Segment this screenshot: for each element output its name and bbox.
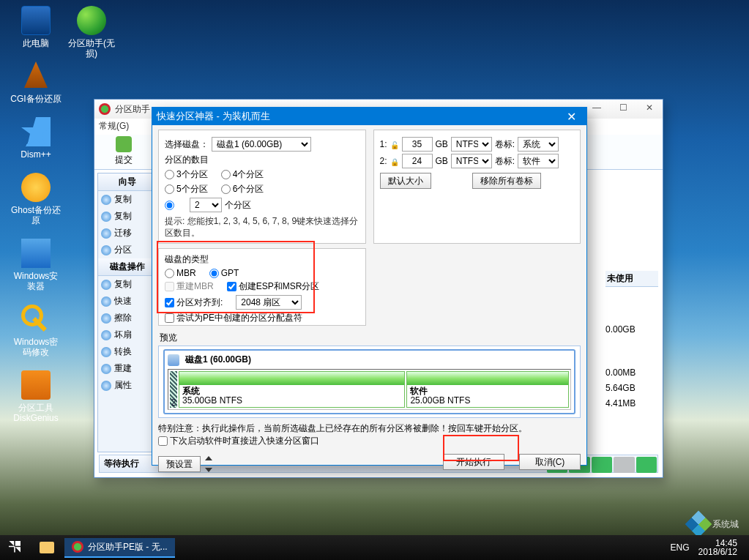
desktop-icon-ghost[interactable]: Ghost备份还原 — [10, 173, 62, 225]
maximize-button[interactable]: ☐ — [610, 102, 636, 116]
custom-count-select[interactable]: 2 — [190, 198, 222, 212]
bullet-icon — [101, 245, 111, 255]
fs-select[interactable]: NTFS — [451, 137, 492, 152]
desktop-icon-cgi-backup[interactable]: CGI备份还原 — [10, 61, 62, 104]
volume-label-text: 卷标: — [495, 155, 515, 168]
preview-partition-software[interactable]: 软件25.00GB NTFS — [406, 371, 569, 408]
part-size-input[interactable] — [402, 154, 433, 168]
taskbar-file-explorer[interactable] — [32, 539, 62, 556]
dialog-close-button[interactable]: ✕ — [560, 110, 582, 124]
execute-button[interactable]: 开始执行 — [443, 454, 504, 470]
nav-item[interactable]: 属性 — [98, 377, 157, 394]
radio-6-partitions[interactable]: 6个分区 — [221, 183, 264, 195]
preset-button[interactable]: 预设置 — [158, 456, 201, 472]
partition-info-column: 未使用 0.00GB 0.00MB 5.64GB 4.41MB — [605, 271, 658, 411]
start-button[interactable] — [0, 541, 29, 555]
desktop-icon-label: Ghost备份还原 — [10, 205, 62, 225]
desktop-icon-dism[interactable]: Dism++ — [10, 117, 62, 160]
fs-select[interactable]: NTFS — [451, 154, 492, 168]
preview-label: 预览 — [160, 332, 581, 344]
unlock-icon[interactable] — [390, 140, 399, 149]
nav-item[interactable]: 转换 — [98, 343, 157, 360]
toolbar-submit-button[interactable]: 提交 — [108, 136, 140, 166]
unused-value: 0.00MB — [605, 365, 658, 381]
desktop-icon-win-password[interactable]: Windows密码修改 — [10, 305, 62, 357]
nav-item[interactable]: 复制 — [98, 276, 157, 293]
desktop-icon-label: Dism++ — [21, 149, 51, 160]
check-pe-assign[interactable]: 尝试为PE中创建的分区分配盘符 — [165, 312, 302, 324]
radio-3-partitions[interactable]: 3个分区 — [165, 168, 208, 181]
bullet-icon — [101, 381, 111, 391]
volume-label-select[interactable]: 系统 — [518, 137, 559, 152]
part-index: 2: — [380, 156, 387, 166]
desktop-icon-label: Windows密码修改 — [10, 337, 62, 357]
check-no-show-next[interactable]: 下次启动软件时直接进入快速分区窗口 — [158, 435, 319, 447]
menu-general[interactable]: 常规(G) — [99, 121, 129, 131]
nav-item[interactable]: 迁移 — [98, 225, 157, 242]
taskbar-running-app[interactable]: 分区助手PE版 - 无... — [64, 538, 175, 558]
nav-item[interactable]: 坏扇 — [98, 326, 157, 343]
radio-gpt[interactable]: GPT — [209, 268, 239, 278]
desktop-icon-label: 分区助手(无损) — [66, 38, 117, 59]
close-button[interactable]: ✕ — [636, 102, 663, 116]
radio-4-partitions[interactable]: 4个分区 — [221, 168, 264, 181]
lock-icon[interactable] — [390, 157, 399, 165]
watermark: 系统城 — [689, 515, 739, 534]
nav-item[interactable]: 复制 — [98, 191, 157, 208]
preview-partition-bar: 2 系统35.00GB NTFS 软件25.00GB NTFS — [168, 369, 571, 410]
dism-icon — [21, 117, 51, 146]
nav-item[interactable]: 擦除 — [98, 310, 157, 326]
check-esp-msr[interactable]: 创建ESP和MSR分区 — [227, 280, 320, 293]
app-icon — [99, 103, 111, 115]
custom-count-suffix: 个分区 — [225, 199, 251, 212]
preview-reserved-edge: 2 — [170, 371, 177, 408]
desktop-icon-partition-assistant[interactable]: 分区助手(无损) — [66, 6, 117, 59]
radio-mbr[interactable]: MBR — [165, 268, 196, 278]
cgi-icon — [21, 61, 51, 91]
preset-reorder-arrows[interactable] — [205, 454, 212, 474]
unused-value: 0.00GB — [605, 322, 658, 337]
desktop-icon-diskgenius[interactable]: 分区工具DiskGenius — [10, 370, 62, 423]
desktop-icon-label: Windows安装器 — [10, 271, 62, 291]
volume-label-select[interactable]: 软件 — [518, 154, 559, 168]
unused-value: 4.41MB — [605, 396, 658, 411]
disk-select[interactable]: 磁盘1 (60.00GB) — [212, 137, 311, 152]
check-rebuild-mbr[interactable]: 重建MBR — [165, 280, 214, 293]
desktop-icon-column: 此电脑 分区助手(无损) CGI备份还原 Dism++ Ghost备份还原 Wi… — [10, 6, 91, 436]
desktop-icon-win-installer[interactable]: Windows安装器 — [10, 239, 62, 291]
check-align[interactable]: 分区对齐到: — [165, 296, 223, 309]
folder-icon — [40, 542, 54, 553]
nav-item[interactable]: 快速 — [98, 293, 157, 310]
diskgenius-icon — [21, 370, 51, 400]
radio-5-partitions[interactable]: 5个分区 — [165, 183, 208, 195]
windows-logo-icon — [9, 541, 21, 553]
key-icon — [21, 305, 51, 334]
disk-icon — [168, 354, 179, 366]
dialog-titlebar[interactable]: 快速分区神器 - 为装机而生 ✕ — [152, 108, 586, 125]
bullet-icon — [101, 280, 111, 290]
radio-custom-partitions[interactable] — [165, 201, 176, 210]
part-size-input[interactable] — [402, 137, 433, 152]
align-select[interactable]: 2048 扇区 — [236, 295, 302, 310]
taskbar-app-label: 分区助手PE版 - 无... — [88, 541, 168, 553]
tray-clock[interactable]: 14:452018/6/12 — [698, 539, 737, 556]
default-size-button[interactable]: 默认大小 — [380, 173, 431, 189]
dialog-body: 选择磁盘： 磁盘1 (60.00GB) 分区的数目 3个分区 4个分区 5个分区… — [152, 125, 586, 479]
quick-partition-dialog: 快速分区神器 - 为装机而生 ✕ 选择磁盘： 磁盘1 (60.00GB) 分区的… — [152, 107, 587, 466]
desktop-icon-label: CGI备份还原 — [10, 94, 61, 104]
remove-labels-button[interactable]: 移除所有卷标 — [472, 173, 541, 189]
bullet-icon — [101, 195, 111, 205]
desktop-icon-this-pc[interactable]: 此电脑 — [10, 6, 62, 48]
desktop-icon-label: 分区工具DiskGenius — [10, 403, 62, 423]
bullet-icon — [101, 212, 111, 222]
count-hint: 提示: 您能按1, 2, 3, 4, 5, 6, 7, 8, 9键来快速选择分区… — [165, 215, 359, 239]
cancel-button[interactable]: 取消(C) — [519, 454, 581, 470]
nav-item[interactable]: 重建 — [98, 360, 157, 377]
nav-group-wizard: 向导 — [98, 173, 157, 191]
nav-item[interactable]: 复制 — [98, 208, 157, 225]
nav-item[interactable]: 分区 — [98, 242, 157, 258]
preview-partition-system[interactable]: 系统35.00GB NTFS — [179, 371, 405, 408]
minimize-button[interactable]: — — [584, 102, 610, 116]
disk-type-label: 磁盘的类型 — [165, 253, 359, 266]
ime-language[interactable]: ENG — [671, 542, 690, 553]
